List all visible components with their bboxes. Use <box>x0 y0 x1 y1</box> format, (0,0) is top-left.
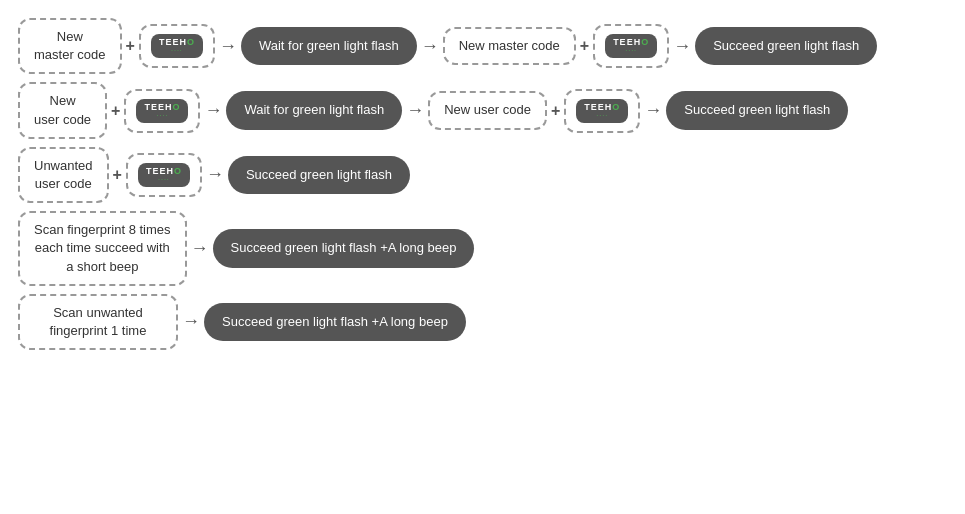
techo-dots-1: ···· <box>171 47 183 54</box>
techo-badge-3: TEEHO ···· <box>136 99 188 123</box>
new-user-code-box-2: New user code <box>428 91 547 129</box>
scan-unwanted-box: Scan unwantedfingerprint 1 time <box>18 294 178 350</box>
techo-text-5: TEEHO <box>146 167 182 176</box>
arrow-1: → <box>215 36 241 57</box>
new-user-code-box: Newuser code <box>18 82 107 138</box>
new-master-code-box: Newmaster code <box>18 18 122 74</box>
techo-dots-3: ···· <box>157 112 169 119</box>
scan-fingerprint-box: Scan fingerprint 8 timeseach time succee… <box>18 211 187 286</box>
plus-5: + <box>109 166 126 184</box>
techo-badge-4: TEEHO ···· <box>576 99 628 123</box>
plus-2: + <box>576 37 593 55</box>
row-2: Newuser code + TEEHO ···· → Wait for gre… <box>18 82 947 138</box>
techo-text-2: TEEHO <box>613 38 649 47</box>
arrow-4: → <box>200 100 226 121</box>
arrow-8: → <box>187 238 213 259</box>
diagram: Newmaster code + TEEHO ···· → Wait for g… <box>10 10 955 358</box>
techo-dots-4: ···· <box>596 112 608 119</box>
plus-1: + <box>122 37 139 55</box>
techo-badge-2: TEEHO ···· <box>605 34 657 58</box>
arrow-2: → <box>417 36 443 57</box>
plus-3: + <box>107 102 124 120</box>
techo-badge-5: TEEHO ···· <box>138 163 190 187</box>
succeed-5: Succeed green light flash +A long beep <box>204 303 466 341</box>
succeed-1: Succeed green light flash <box>695 27 877 65</box>
techo-text-1: TEEHO <box>159 38 195 47</box>
techo-badge-1: TEEHO ···· <box>151 34 203 58</box>
arrow-3: → <box>669 36 695 57</box>
row-3: Unwanteduser code + TEEHO ···· → Succeed… <box>18 147 947 203</box>
techo-text-4: TEEHO <box>584 103 620 112</box>
techo-text-3: TEEHO <box>144 103 180 112</box>
row-1: Newmaster code + TEEHO ···· → Wait for g… <box>18 18 947 74</box>
arrow-6: → <box>640 100 666 121</box>
new-master-code-box-2: New master code <box>443 27 576 65</box>
row-4: Scan fingerprint 8 timeseach time succee… <box>18 211 947 286</box>
succeed-3: Succeed green light flash <box>228 156 410 194</box>
wait-green-2: Wait for green light flash <box>226 91 402 129</box>
techo-dots-2: ···· <box>625 47 637 54</box>
arrow-7: → <box>202 164 228 185</box>
arrow-5: → <box>402 100 428 121</box>
techo-box-3: TEEHO ···· <box>124 89 200 133</box>
techo-dots-5: ···· <box>158 176 170 183</box>
wait-green-1: Wait for green light flash <box>241 27 417 65</box>
techo-box-1: TEEHO ···· <box>139 24 215 68</box>
arrow-9: → <box>178 311 204 332</box>
plus-4: + <box>547 102 564 120</box>
unwanted-user-code-box: Unwanteduser code <box>18 147 109 203</box>
techo-box-2: TEEHO ···· <box>593 24 669 68</box>
techo-box-4: TEEHO ···· <box>564 89 640 133</box>
row-5: Scan unwantedfingerprint 1 time → Succee… <box>18 294 947 350</box>
techo-box-5: TEEHO ···· <box>126 153 202 197</box>
succeed-4: Succeed green light flash +A long beep <box>213 229 475 267</box>
succeed-2: Succeed green light flash <box>666 91 848 129</box>
